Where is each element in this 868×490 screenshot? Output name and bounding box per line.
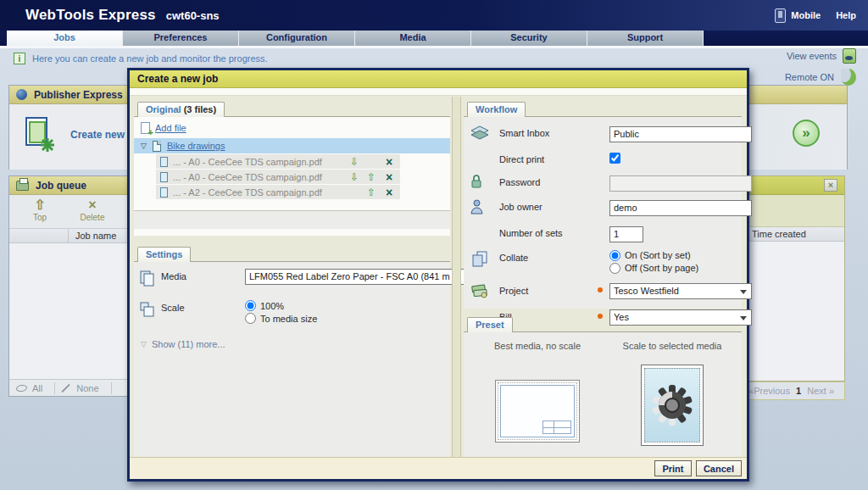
- media-label: Media: [161, 269, 245, 281]
- workflow-section: Smart Inbox Direct print: [464, 116, 742, 309]
- tab-jobs[interactable]: Jobs: [7, 31, 123, 46]
- select-all-icon: [15, 383, 27, 392]
- preset-scale-thumbnail[interactable]: [641, 365, 704, 446]
- show-more-link[interactable]: ▽ Show (11) more...: [141, 339, 450, 349]
- top-button[interactable]: ⇧ Top: [18, 198, 62, 228]
- app-title: WebTools Express: [25, 7, 156, 24]
- job-owner-input[interactable]: [609, 200, 752, 216]
- project-cost-icon: [470, 283, 489, 298]
- smart-inbox-input[interactable]: [609, 126, 752, 142]
- gear-image: [650, 383, 694, 427]
- media-select[interactable]: LFM055 Red Label Zero Paper - FSC A0 (84…: [245, 269, 466, 285]
- time-created-column-header[interactable]: Time created: [752, 227, 806, 241]
- job-name-column-header[interactable]: Job name: [69, 229, 116, 242]
- select-all-link[interactable]: All: [32, 383, 42, 393]
- required-indicator: [598, 287, 603, 292]
- delete-button[interactable]: × Delete: [70, 198, 114, 228]
- delete-x-icon: ×: [70, 198, 114, 213]
- pdf-file-icon: [160, 172, 168, 182]
- lock-icon: [470, 175, 482, 188]
- view-events-icon: [843, 48, 856, 64]
- publisher-go-button[interactable]: »: [793, 120, 820, 147]
- top-bar: WebTools Express cwt60-sns Mobile Help: [0, 0, 868, 31]
- add-file-icon: [141, 122, 150, 134]
- job-owner-label: Job owner: [499, 199, 598, 212]
- number-of-sets-label: Number of sets: [499, 226, 598, 238]
- mobile-button[interactable]: Mobile: [775, 8, 821, 23]
- help-button[interactable]: Help: [836, 10, 856, 20]
- create-new-job-link[interactable]: Create new job: [21, 116, 142, 153]
- tab-settings[interactable]: Settings: [137, 247, 191, 262]
- show-more-triangle-icon: ▽: [141, 340, 147, 348]
- tab-workflow[interactable]: Workflow: [467, 102, 526, 117]
- tab-preset[interactable]: Preset: [467, 317, 513, 332]
- group-document-icon: [153, 141, 161, 152]
- view-events-label: View events: [787, 51, 837, 61]
- file-row[interactable]: ... - A2 - CeeCee TDS campaign.pdf ⇧ ×: [156, 185, 400, 199]
- password-input: [609, 175, 752, 192]
- cancel-button[interactable]: Cancel: [696, 460, 742, 476]
- previous-page-link[interactable]: «Previous: [748, 386, 790, 396]
- collate-off-radio[interactable]: Off (Sort by page): [609, 263, 752, 274]
- view-events-button[interactable]: View events: [787, 48, 856, 64]
- sphere-icon: [16, 89, 27, 100]
- create-job-dialog: Create a new job Original (3 files) Add …: [127, 68, 749, 482]
- tab-configuration[interactable]: Configuration: [239, 31, 355, 46]
- project-label: Project: [499, 283, 598, 296]
- add-file-button[interactable]: Add file: [134, 120, 450, 138]
- add-file-label: Add file: [155, 123, 186, 133]
- close-panel-button[interactable]: ×: [824, 179, 837, 192]
- tab-media[interactable]: Media: [355, 31, 471, 46]
- remove-file-icon[interactable]: ×: [382, 187, 396, 198]
- dialog-strip: [130, 88, 747, 96]
- collapse-triangle-icon[interactable]: ▽: [141, 142, 147, 150]
- pdf-file-icon: [160, 157, 168, 167]
- move-down-icon[interactable]: ⇩: [348, 171, 360, 183]
- file-row[interactable]: ... - A0 - CeeCee TDS campaign.pdf ⇩ ⇧ ×: [156, 170, 400, 184]
- move-up-icon[interactable]: ⇧: [365, 171, 377, 183]
- job-queue-select-column: [9, 229, 69, 242]
- original-section: Add file ▽ Bike drawings ... - A0 - CeeC…: [134, 116, 450, 236]
- file-group-label: Bike drawings: [167, 141, 225, 151]
- original-file-count: (3 files): [184, 104, 217, 114]
- preset-best-media-thumbnail[interactable]: [495, 380, 580, 443]
- mobile-device-icon: [775, 8, 786, 23]
- collate-label: Collate: [499, 250, 598, 263]
- mobile-label: Mobile: [791, 10, 821, 20]
- current-page-number: 1: [796, 386, 801, 396]
- number-of-sets-input[interactable]: [609, 226, 643, 242]
- scale-to-media-radio[interactable]: To media size: [245, 313, 445, 324]
- next-page-link[interactable]: Next »: [807, 386, 834, 396]
- main-tabbar: Jobs Preferences Configuration Media Sec…: [0, 31, 868, 46]
- remote-toggle[interactable]: Remote ON: [785, 69, 856, 86]
- tab-original[interactable]: Original (3 files): [137, 102, 225, 117]
- top-arrow-icon: ⇧: [18, 198, 62, 213]
- scale-100-radio[interactable]: 100%: [245, 300, 445, 311]
- tab-preferences[interactable]: Preferences: [123, 31, 239, 46]
- preset-best-media[interactable]: Best media, no scale: [474, 341, 601, 457]
- tab-security[interactable]: Security: [471, 31, 587, 46]
- collate-icon: [470, 250, 489, 267]
- info-icon: i: [14, 53, 25, 64]
- settings-section: Media LFM055 Red Label Zero Paper - FSC …: [134, 261, 450, 457]
- create-job-icon: [21, 116, 57, 153]
- remove-file-icon[interactable]: ×: [382, 172, 396, 182]
- preset-scale-to-media[interactable]: Scale to selected media: [621, 341, 723, 457]
- move-down-icon[interactable]: ⇩: [348, 156, 360, 168]
- collate-on-radio[interactable]: On (Sort by set): [609, 250, 752, 261]
- tab-support[interactable]: Support: [587, 31, 704, 46]
- publisher-panel-title: Publisher Express: [34, 89, 123, 101]
- file-group-row[interactable]: ▽ Bike drawings: [134, 138, 450, 153]
- move-up-icon[interactable]: ⇧: [365, 187, 377, 198]
- scale-icon: [139, 301, 156, 318]
- column-splitter[interactable]: [452, 97, 461, 457]
- select-none-link[interactable]: None: [76, 383, 98, 393]
- print-button[interactable]: Print: [654, 460, 692, 476]
- remove-file-icon[interactable]: ×: [382, 157, 396, 167]
- printer-icon: [16, 181, 29, 191]
- direct-print-checkbox[interactable]: [609, 153, 620, 164]
- dialog-title: Create a new job: [130, 70, 747, 88]
- project-select[interactable]: Tesco Westfield: [609, 283, 752, 299]
- file-row[interactable]: ... - A0 - CeeCee TDS campaign.pdf ⇩ ×: [156, 154, 400, 169]
- remote-crescent-icon: [841, 69, 856, 86]
